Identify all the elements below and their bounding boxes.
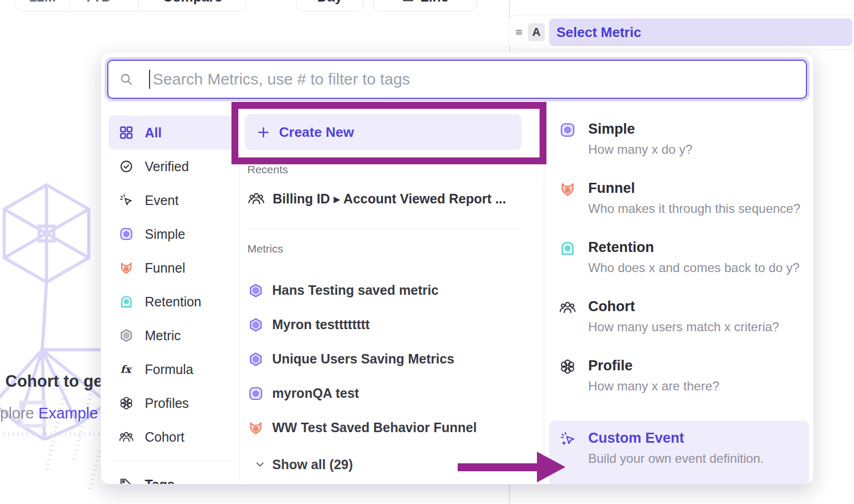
- column-divider-left: [239, 109, 240, 484]
- hex-purple-icon: [247, 351, 264, 368]
- recents-heading: Recents: [247, 163, 288, 176]
- line-chart-type-button[interactable]: Line: [373, 0, 477, 12]
- line-label: Line: [420, 0, 448, 5]
- sidebar-item-label: Verified: [145, 159, 189, 174]
- day-granularity-button[interactable]: Day: [296, 0, 364, 12]
- hex-purple-icon: [247, 316, 264, 333]
- example-reports-link[interactable]: Example Re: [39, 405, 100, 422]
- metric-list-item[interactable]: Unique Users Saving Metrics: [247, 342, 535, 376]
- flower-icon: [118, 395, 134, 411]
- board-icon: [247, 385, 264, 402]
- metric-type-title: Retention: [588, 238, 800, 256]
- show-all-toggle[interactable]: Show all (29): [253, 453, 353, 476]
- metric-search-input[interactable]: [107, 60, 807, 99]
- metric-type-profile[interactable]: ProfileHow many x are there?: [544, 357, 813, 416]
- cohort-icon: [247, 190, 265, 208]
- metric-list-item[interactable]: Myron testttttttt: [247, 307, 535, 342]
- range-ytd-button[interactable]: YTD: [70, 0, 145, 11]
- sidebar-item-label: Retention: [145, 294, 201, 310]
- sidebar-item-all[interactable]: All: [108, 116, 235, 150]
- svg-text:fx: fx: [120, 363, 132, 376]
- compare-label: Compare: [163, 0, 222, 5]
- background-subtext: plore Example Re: [0, 405, 100, 422]
- recent-item-billing[interactable]: Billing ID ▸ Account Viewed Report ...: [247, 183, 522, 214]
- metric-type-desc: How many x do y?: [588, 142, 692, 157]
- sidebar-item-tags[interactable]: Tags: [108, 468, 235, 484]
- sidebar-item-label: Tags: [145, 477, 175, 485]
- metric-type-title: Funnel: [588, 179, 801, 197]
- range-12m-button[interactable]: 12M: [15, 0, 70, 11]
- metrics-heading: Metrics: [247, 242, 283, 255]
- sidebar-item-profiles[interactable]: Profiles: [108, 386, 235, 420]
- sidebar-item-retention[interactable]: Retention: [108, 285, 235, 319]
- sidebar-item-verified[interactable]: Verified: [108, 150, 235, 183]
- hex-purple-icon: [247, 282, 264, 299]
- app-root: 12M YTD Compare Day Line Coh: [0, 0, 854, 504]
- annotation-arrow: [458, 463, 538, 471]
- sidebar-item-funnel[interactable]: Funnel: [108, 251, 235, 285]
- board-icon: [118, 226, 134, 242]
- sidebar-item-event[interactable]: Event: [108, 183, 235, 217]
- metric-type-retention[interactable]: RetentionWho does x and comes back to do…: [544, 238, 813, 297]
- cursor-spark-accent-icon: [559, 430, 577, 448]
- metric-type-cohort[interactable]: CohortHow many users match x criteria?: [544, 297, 813, 357]
- metric-list-item[interactable]: Hans Testing saved metric: [247, 273, 535, 307]
- arch-icon: [118, 294, 134, 310]
- sidebar-item-simple[interactable]: Simple: [108, 217, 235, 251]
- saved-metrics-list: Hans Testing saved metricMyron testttttt…: [247, 273, 535, 445]
- metric-type-title: Simple: [588, 120, 692, 138]
- annotation-arrow-head: [537, 452, 565, 482]
- cursor-dark-icon: [118, 192, 134, 208]
- metric-slot-bar: A Select Metric: [508, 15, 854, 50]
- sidebar-item-formula[interactable]: fxFormula: [108, 352, 235, 386]
- select-metric-pill[interactable]: Select Metric: [549, 18, 852, 46]
- metric-item-label: WW Test Saved Behavior Funnel: [272, 420, 477, 435]
- metric-type-funnel[interactable]: FunnelWho makes it through this sequence…: [544, 179, 813, 238]
- people-icon: [118, 429, 134, 445]
- metric-type-title: Custom Event: [588, 429, 764, 447]
- search-field-wrap: [107, 60, 807, 99]
- arch-icon: [559, 239, 577, 257]
- metric-type-simple[interactable]: SimpleHow many x do y?: [544, 120, 813, 179]
- show-all-label: Show all (29): [272, 457, 353, 472]
- flower-icon: [559, 358, 577, 376]
- metric-item-label: myronQA test: [272, 386, 359, 401]
- recent-item-label: Billing ID ▸ Account Viewed Report ...: [273, 191, 506, 207]
- line-chart-icon: [401, 0, 415, 4]
- metric-type-custom-event[interactable]: Custom EventBuild your own event definit…: [549, 421, 809, 484]
- metric-item-label: Unique Users Saving Metrics: [272, 351, 454, 367]
- sidebar-item-cohort[interactable]: Cohort: [108, 420, 235, 454]
- metric-list-item[interactable]: WW Test Saved Behavior Funnel: [247, 410, 535, 445]
- metric-item-label: Myron testttttttt: [272, 317, 370, 332]
- chevron-down-icon: [253, 458, 267, 471]
- sidebar-item-label: Funnel: [145, 260, 185, 276]
- metric-type-desc: Who makes it through this sequence?: [588, 201, 801, 216]
- metric-type-desc: Build your own event definition.: [588, 451, 764, 466]
- recents-separator: [247, 229, 521, 229]
- sidebar-item-label: Simple: [145, 227, 185, 242]
- metric-type-desc: Who does x and comes back to do y?: [588, 260, 800, 275]
- drag-handle-icon[interactable]: [514, 27, 524, 37]
- verified-icon: [118, 158, 134, 174]
- background-heading: Cohort to ge: [5, 372, 101, 391]
- metric-type-list: SimpleHow many x do y?FunnelWho makes it…: [544, 120, 813, 484]
- people-icon: [559, 298, 577, 316]
- text-caret: [149, 70, 150, 89]
- board-icon: [559, 121, 577, 139]
- background-subtext-prefix: plore: [0, 405, 39, 422]
- sidebar-filter-list: AllVerifiedEventSimpleFunnelRetentionMet…: [108, 116, 235, 484]
- funnel-icon: [118, 260, 134, 276]
- select-metric-label: Select Metric: [556, 24, 641, 41]
- date-range-toggle[interactable]: 12M YTD: [15, 0, 146, 12]
- day-label: Day: [317, 0, 342, 5]
- background-illustration: [0, 175, 107, 492]
- sidebar-item-label: Cohort: [145, 430, 184, 445]
- chevron-down-icon: [116, 0, 126, 2]
- metric-type-desc: How many users match x criteria?: [588, 320, 779, 334]
- compare-button[interactable]: Compare: [138, 0, 246, 12]
- sidebar-item-metric[interactable]: Metric: [108, 319, 235, 352]
- formula-icon: fx: [118, 361, 134, 377]
- search-icon: [119, 72, 134, 87]
- sidebar-item-label: All: [145, 125, 162, 141]
- metric-list-item[interactable]: myronQA test: [247, 376, 535, 410]
